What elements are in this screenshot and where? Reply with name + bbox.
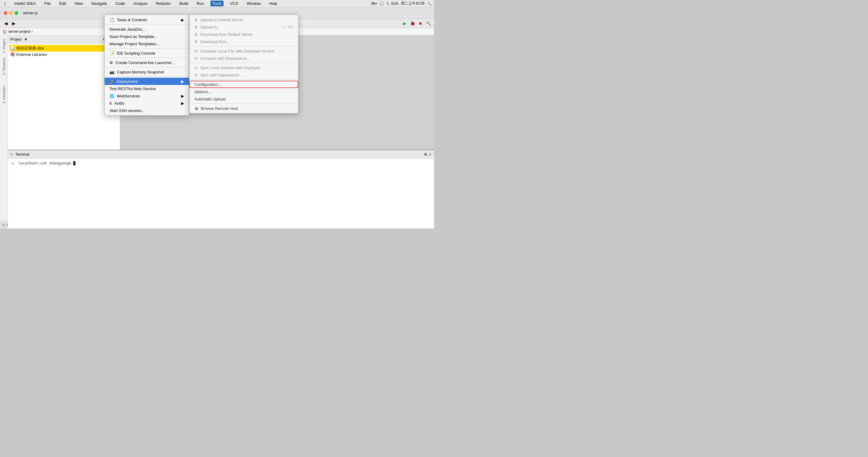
deploy-auto-upload[interactable]: Automatic Upload (190, 95, 298, 102)
toolbar-forward[interactable]: ▶ (10, 20, 17, 27)
deploy-compare-with[interactable]: ⇄ Compare with Deployed to ... (190, 55, 298, 62)
toolbar-debug[interactable]: 🐞 (409, 20, 416, 27)
menu-ide-scripting[interactable]: 📝 IDE Scripting Console (105, 50, 189, 57)
deploy-configuration[interactable]: Configuration... (190, 81, 298, 88)
menu-tools[interactable]: Tools (211, 1, 223, 6)
menu-navigate[interactable]: Navigate (90, 1, 109, 6)
submenu-sep-3 (190, 80, 298, 80)
libs-icon: 📚 (10, 52, 15, 57)
terminal-header: + Terminal ⚙ ⤢ (8, 150, 434, 159)
download-default-icon: ⬇ (194, 32, 198, 37)
terminal-prompt: localhost:ssh zhangyong$ (18, 161, 73, 165)
ws-icon: 🌐 (110, 94, 114, 98)
deploy-sync-with[interactable]: ↻ Sync with Deployed to ... (190, 71, 298, 79)
kotlin-arrow: ▶ (181, 101, 184, 105)
project-external-libraries[interactable]: 📚 External Libraries (9, 52, 119, 57)
deploy-upload-default[interactable]: ⬆ Upload to Default Server (190, 16, 298, 23)
left-sidebar: 1: Project 2: Structure 2: Favorites (0, 35, 8, 221)
deploy-icon: 🚀 (110, 79, 114, 84)
menu-manage-templates[interactable]: Manage Project Templates... (105, 40, 189, 47)
cmdline-icon: ⚙ (110, 60, 113, 65)
terminal-tab[interactable]: Terminal (16, 152, 29, 157)
toolbar-build[interactable]: 🔨 (425, 20, 432, 27)
deploy-arrow: ▶ (181, 79, 184, 84)
terminal-expand-icon[interactable]: ⤢ (429, 152, 432, 157)
terminal-close-icon[interactable]: ✕ (11, 161, 14, 165)
maximize-button[interactable] (14, 11, 18, 15)
excel-icon: 📊 (10, 46, 15, 51)
compare-with-icon: ⇄ (194, 56, 198, 61)
deploy-compare-local[interactable]: ⇄ Compare Local File with Deployed Versi… (190, 47, 298, 55)
project-label: Project (10, 37, 22, 41)
menu-window[interactable]: Window (245, 1, 262, 6)
menu-ssh-session[interactable]: Start SSH session... (105, 107, 189, 114)
toolbar-stop[interactable]: ■ (417, 20, 424, 27)
sidebar-tab-project[interactable]: 1: Project (1, 36, 7, 55)
apple-menu[interactable]:  (2, 0, 8, 7)
tasks-icon: 📋 (110, 18, 114, 22)
menu-restful[interactable]: Test RESTful Web Service (105, 85, 189, 92)
submenu-sep-2 (190, 63, 298, 63)
ws-arrow: ▶ (181, 94, 184, 98)
minimize-button[interactable] (9, 11, 13, 15)
menu-code[interactable]: Code (114, 1, 127, 6)
menu-deployment[interactable]: 🚀 Deployment ▶ (105, 78, 189, 85)
deploy-upload-to[interactable]: ⬆ Upload to... ⌥⇧⌘X (190, 23, 298, 31)
menu-run[interactable]: Run (195, 1, 206, 6)
deploy-sync-subtree[interactable]: ↻ Sync Local Subtree with Deployed (190, 64, 298, 71)
separator-1 (105, 24, 189, 25)
terminal-add-icon[interactable]: + (10, 152, 13, 157)
submenu-sep-1 (190, 46, 298, 47)
excel-filename: 待办记录表.xlsx (17, 45, 44, 51)
sync-with-icon: ↻ (194, 73, 198, 78)
window-title: server-p (23, 11, 38, 15)
mac-menu-bar:  IntelliJ IDEA File Edit View Navigate … (0, 0, 434, 7)
sidebar-tab-structure[interactable]: 2: Structure (1, 55, 7, 78)
terminal-panel: + Terminal ⚙ ⤢ ✕ localhost:ssh zhangyong… (8, 150, 434, 228)
menu-save-template[interactable]: Save Project as Template... (105, 33, 189, 40)
terminal-settings-icon[interactable]: ⚙ (424, 152, 427, 157)
deploy-download-default[interactable]: ⬇ Download from Default Server (190, 31, 298, 38)
deploy-browse-remote[interactable]: 🖥 Browse Remote Host (190, 105, 298, 112)
menu-tasks-contexts[interactable]: 📋 Tasks & Contexts ▶ (105, 16, 189, 23)
menu-webservices[interactable]: 🌐 WebServices ▶ (105, 92, 189, 99)
menu-generate-javadoc[interactable]: Generate JavaDoc... (105, 26, 189, 33)
menu-refactor[interactable]: Refactor (154, 1, 173, 6)
menu-file[interactable]: File (42, 1, 53, 6)
menu-view[interactable]: View (73, 1, 85, 6)
menu-vcs[interactable]: VCS (228, 1, 240, 6)
sync-subtree-icon: ↻ (194, 65, 198, 70)
toolbar-run[interactable]: ▶ (401, 20, 408, 27)
deployment-submenu: ⬆ Upload to Default Server ⬆ Upload to..… (189, 14, 299, 114)
project-panel-header: Project ▼ ⚙ + ⚙ ≡ (8, 35, 120, 44)
search-icon[interactable]: 🔍 (427, 2, 432, 6)
wechat-icon: 💬 (380, 2, 384, 6)
upload-to-icon: ⬆ (194, 25, 198, 29)
submenu-sep-4 (190, 103, 298, 104)
project-file-excel[interactable]: 📊 待办记录表.xlsx (9, 45, 119, 52)
menu-cmdline-launcher[interactable]: ⚙ Create Command-line Launcher... (105, 59, 189, 66)
menu-bar-left:  IntelliJ IDEA File Edit View Navigate … (2, 0, 279, 7)
menu-analyze[interactable]: Analyze (132, 1, 149, 6)
menu-build[interactable]: Build (178, 1, 190, 6)
compare-local-icon: ⇄ (194, 49, 198, 53)
close-button[interactable] (4, 11, 7, 15)
upload-to-shortcut: ⌥⇧⌘X (281, 25, 293, 29)
separator-4 (105, 67, 189, 67)
sidebar-tab-favorites[interactable]: 2: Favorites (1, 84, 7, 105)
upload-default-icon: ⬆ (194, 18, 198, 22)
memory-icon: 📷 (110, 70, 114, 74)
menu-kotlin[interactable]: K Kotlin ▶ (105, 99, 189, 107)
menu-edit[interactable]: Edit (57, 1, 68, 6)
menu-capture-memory[interactable]: 📷 Capture Memory Snapshot (105, 68, 189, 75)
libs-label: External Libraries (17, 52, 47, 57)
traffic-lights (4, 11, 18, 15)
menu-intellij[interactable]: IntelliJ IDEA (12, 1, 38, 6)
scripting-icon: 📝 (110, 51, 114, 56)
project-icon: 🏠 (2, 29, 7, 34)
menu-help[interactable]: Help (268, 1, 279, 6)
deploy-download-from[interactable]: ⬇ Download from... (190, 38, 298, 45)
terminal-cursor (73, 161, 75, 165)
deploy-options[interactable]: Options... (190, 88, 298, 95)
toolbar-back[interactable]: ◀ (2, 20, 9, 27)
